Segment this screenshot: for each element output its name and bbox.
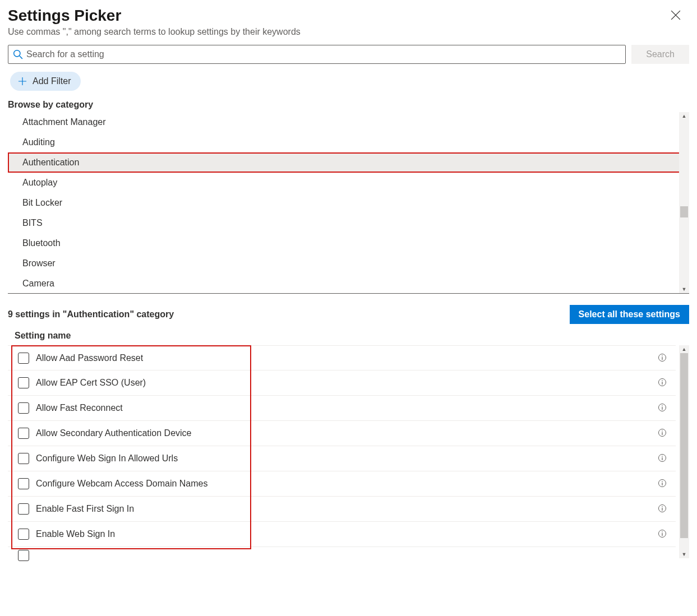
plus-icon xyxy=(18,77,27,86)
svg-rect-10 xyxy=(662,407,662,410)
add-filter-button[interactable]: Add Filter xyxy=(10,72,81,91)
svg-rect-4 xyxy=(662,357,662,360)
setting-label: Allow Fast Reconnect xyxy=(36,403,658,413)
svg-point-24 xyxy=(662,531,663,532)
close-icon xyxy=(671,10,681,20)
setting-checkbox[interactable] xyxy=(18,529,29,540)
svg-line-1 xyxy=(20,56,22,59)
category-item[interactable]: BITS xyxy=(8,213,689,233)
category-scrollbar[interactable]: ▲ ▼ xyxy=(679,112,689,293)
setting-checkbox[interactable] xyxy=(18,550,29,561)
category-item[interactable]: Authentication xyxy=(8,152,689,173)
setting-checkbox[interactable] xyxy=(18,353,29,364)
setting-row: Allow EAP Cert SSO (User) xyxy=(8,370,676,396)
setting-row: Enable Fast First Sign In xyxy=(8,497,676,522)
setting-label: Enable Web Sign In xyxy=(36,529,658,539)
scrollbar-thumb[interactable] xyxy=(680,353,688,538)
setting-row: Allow Aad Password Reset xyxy=(8,345,676,370)
search-icon xyxy=(13,49,23,59)
setting-label: Configure Webcam Access Domain Names xyxy=(36,479,658,489)
svg-rect-25 xyxy=(662,533,662,536)
category-list: Attachment ManagerAuditingAuthentication… xyxy=(8,112,689,293)
scroll-down-icon[interactable]: ▼ xyxy=(682,550,687,558)
setting-label: Enable Fast First Sign In xyxy=(36,504,658,514)
close-button[interactable] xyxy=(670,10,681,21)
setting-name-column-header: Setting name xyxy=(8,331,689,341)
svg-rect-13 xyxy=(662,432,662,435)
setting-row: Allow Secondary Authentication Device xyxy=(8,421,676,446)
svg-point-6 xyxy=(662,380,663,381)
setting-row: Configure Webcam Access Domain Names xyxy=(8,471,676,497)
setting-row xyxy=(8,547,676,559)
svg-point-9 xyxy=(662,405,663,406)
svg-point-3 xyxy=(662,355,663,356)
setting-row: Configure Web Sign In Allowed Urls xyxy=(8,446,676,471)
page-title: Settings Picker xyxy=(8,7,689,25)
scrollbar-thumb[interactable] xyxy=(680,206,688,217)
setting-checkbox[interactable] xyxy=(18,453,29,464)
setting-label: Allow EAP Cert SSO (User) xyxy=(36,378,658,388)
svg-rect-19 xyxy=(662,483,662,485)
category-item[interactable]: Browser xyxy=(8,253,689,274)
category-item[interactable]: Autoplay xyxy=(8,173,689,193)
setting-checkbox[interactable] xyxy=(18,428,29,439)
setting-row: Enable Web Sign In xyxy=(8,522,676,547)
add-filter-label: Add Filter xyxy=(33,76,71,86)
setting-label: Allow Aad Password Reset xyxy=(36,353,658,363)
svg-rect-22 xyxy=(662,508,662,511)
settings-scrollbar[interactable]: ▲ ▼ xyxy=(679,345,689,558)
svg-point-15 xyxy=(662,456,663,457)
search-box[interactable] xyxy=(8,45,626,64)
category-item[interactable]: Bluetooth xyxy=(8,233,689,253)
setting-checkbox[interactable] xyxy=(18,503,29,515)
setting-checkbox[interactable] xyxy=(18,377,29,388)
scroll-up-icon[interactable]: ▲ xyxy=(682,345,687,353)
results-count: 9 settings in "Authentication" category xyxy=(8,309,174,319)
info-icon[interactable] xyxy=(658,428,668,438)
select-all-button[interactable]: Select all these settings xyxy=(570,305,689,324)
info-icon[interactable] xyxy=(658,529,668,539)
setting-row: Allow Fast Reconnect xyxy=(8,396,676,421)
page-subtitle: Use commas "," among search terms to loo… xyxy=(8,27,689,37)
search-button[interactable]: Search xyxy=(631,45,689,64)
info-icon[interactable] xyxy=(658,453,668,464)
scroll-down-icon[interactable]: ▼ xyxy=(682,285,687,293)
svg-point-21 xyxy=(662,506,663,507)
category-item[interactable]: Auditing xyxy=(8,132,689,152)
info-icon[interactable] xyxy=(658,378,668,388)
info-icon[interactable] xyxy=(658,403,668,413)
svg-point-12 xyxy=(662,430,663,432)
scroll-up-icon[interactable]: ▲ xyxy=(682,112,687,120)
info-icon[interactable] xyxy=(658,504,668,514)
category-item[interactable]: Camera xyxy=(8,274,689,293)
search-input[interactable] xyxy=(23,49,621,60)
svg-rect-7 xyxy=(662,382,662,385)
settings-list: Allow Aad Password ResetAllow EAP Cert S… xyxy=(8,345,689,559)
svg-point-18 xyxy=(662,481,663,482)
svg-point-0 xyxy=(14,50,20,57)
category-item[interactable]: Bit Locker xyxy=(8,193,689,213)
setting-checkbox[interactable] xyxy=(18,478,29,489)
info-icon[interactable] xyxy=(658,479,668,489)
setting-label: Allow Secondary Authentication Device xyxy=(36,428,658,438)
svg-rect-16 xyxy=(662,457,662,460)
info-icon[interactable] xyxy=(658,353,668,363)
browse-heading: Browse by category xyxy=(8,100,689,110)
category-item[interactable]: Attachment Manager xyxy=(8,112,689,132)
setting-checkbox[interactable] xyxy=(18,402,29,414)
setting-label: Configure Web Sign In Allowed Urls xyxy=(36,453,658,464)
